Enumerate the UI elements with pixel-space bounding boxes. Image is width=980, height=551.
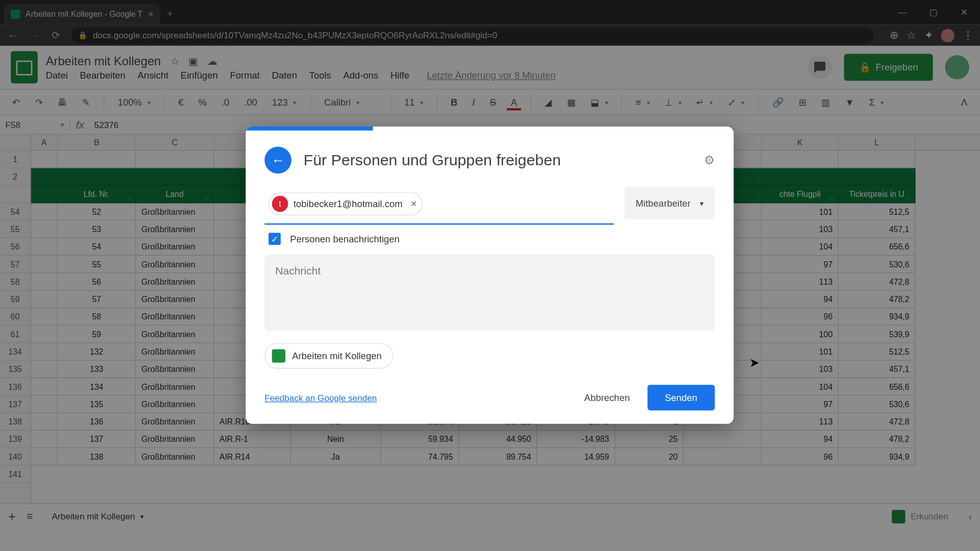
send-button[interactable]: Senden <box>647 385 715 410</box>
chip-email: tobibecker1@hotmail.com <box>293 198 403 209</box>
message-placeholder: Nachricht <box>275 265 321 277</box>
notify-label: Personen benachrichtigen <box>290 234 400 244</box>
role-select[interactable]: Mitbearbeiter ▾ <box>625 187 715 219</box>
cancel-button[interactable]: Abbrechen <box>572 386 642 410</box>
gear-icon[interactable]: ⚙ <box>704 153 715 167</box>
role-label: Mitbearbeiter <box>635 198 691 209</box>
sheets-file-icon <box>272 349 285 362</box>
dialog-progress-bar <box>246 127 373 131</box>
chip-remove-icon[interactable]: × <box>410 198 416 210</box>
notify-checkbox-row[interactable]: ✓ Personen benachrichtigen <box>268 233 715 245</box>
attachment-chip: Arbeiten mit Kollegen <box>264 343 393 369</box>
checkbox-checked-icon[interactable]: ✓ <box>268 233 281 245</box>
chip-avatar-icon: t <box>272 196 288 212</box>
share-dialog: ← Für Personen und Gruppen freigeben ⚙ t… <box>246 127 733 424</box>
chevron-down-icon: ▾ <box>700 199 704 208</box>
message-textarea[interactable]: Nachricht <box>264 254 715 331</box>
dialog-back-button[interactable]: ← <box>264 146 291 173</box>
dialog-title: Für Personen und Gruppen freigeben <box>304 151 692 169</box>
attachment-name: Arbeiten mit Kollegen <box>292 350 381 361</box>
feedback-link[interactable]: Feedback an Google senden <box>264 392 377 403</box>
people-input[interactable]: t tobibecker1@hotmail.com × <box>264 187 614 225</box>
person-chip[interactable]: t tobibecker1@hotmail.com × <box>268 192 423 215</box>
